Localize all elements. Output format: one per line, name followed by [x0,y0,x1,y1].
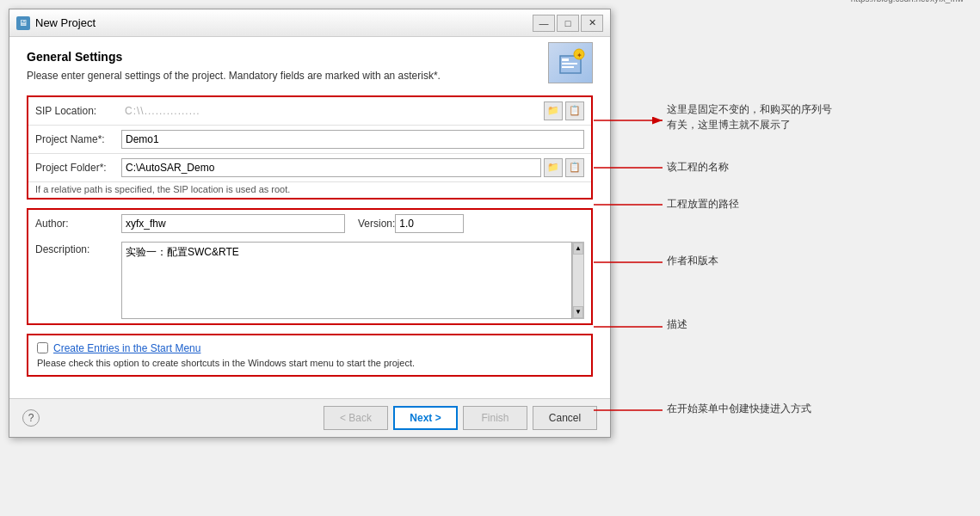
sip-location-field-group: 📁 📋 [121,101,584,120]
new-project-dialog: 🖥 New Project — □ ✕ ✦ [9,9,611,438]
dialog-content: ✦ General Settings Please enter general … [9,37,610,398]
window-controls: — □ ✕ [533,15,603,32]
start-menu-description: Please check this option to create short… [37,358,582,368]
close-button[interactable]: ✕ [581,15,603,32]
author-version-row: Author: Version: [28,210,591,237]
title-bar: 🖥 New Project — □ ✕ [9,9,610,37]
author-label: Author: [35,218,121,230]
project-folder-field-group: 📁 📋 [121,158,584,177]
cancel-button[interactable]: Cancel [533,406,597,430]
annotation-1-text: 这里是固定不变的，和购买的序列号有关，这里博主就不展示了 [667,103,832,131]
watermark-url: https://blog.csdn.net/xyfx_fhw [851,0,964,3]
sip-browse-folder-button[interactable]: 📁 [544,101,563,120]
project-folder-label: Project Folder*: [35,162,121,174]
annotation-arrows-svg [594,9,972,507]
scroll-up-button[interactable]: ▲ [573,243,583,255]
annotation-4: 作者和版本 [667,253,718,268]
annotation-5: 描述 [667,316,687,332]
description-label: Description: [35,242,121,319]
project-folder-input[interactable] [121,158,541,177]
annotation-6: 在开始菜单中创建快捷进入方式 [667,401,811,416]
project-icon: ✦ [548,42,593,83]
annotation-3-text: 工程放置的路径 [667,198,739,210]
folder-browse-button[interactable]: 📁 [544,158,563,177]
description-textarea[interactable]: 实验一：配置SWC&RTE [121,242,572,319]
maximize-button[interactable]: □ [557,15,579,32]
svg-rect-1 [562,58,569,61]
project-folder-row: Project Folder*: 📁 📋 [28,154,591,182]
action-buttons: < Back Next > Finish Cancel [324,406,597,430]
annotation-4-text: 作者和版本 [667,255,718,267]
annotation-5-text: 描述 [667,318,687,330]
svg-rect-3 [562,66,574,68]
svg-rect-2 [562,63,577,64]
start-menu-label[interactable]: Create Entries in the Start Menu [53,342,200,354]
sip-location-input[interactable] [121,101,541,120]
finish-button[interactable]: Finish [463,406,527,430]
scroll-down-button[interactable]: ▼ [573,306,583,318]
next-button[interactable]: Next > [393,406,458,430]
project-name-input[interactable] [121,130,584,149]
author-input[interactable] [121,214,345,233]
start-menu-checkbox-row: Create Entries in the Start Menu [37,342,582,354]
section-title: General Settings [27,50,593,64]
annotation-2: 该工程的名称 [667,159,729,175]
svg-text:✦: ✦ [576,52,582,59]
annotation-2-text: 该工程的名称 [667,161,729,173]
sip-location-row: SIP Location: 📁 📋 [28,97,591,126]
version-label: Version: [358,218,395,230]
annotation-6-text: 在开始菜单中创建快捷进入方式 [667,402,811,415]
description-field-wrap: 实验一：配置SWC&RTE ▲ ▼ [121,242,584,319]
dialog-footer: ? < Back Next > Finish Cancel [9,398,610,437]
description-scrollbar[interactable]: ▲ ▼ [572,242,584,319]
location-fields-box: SIP Location: 📁 📋 Project Name*: Project… [27,95,593,200]
description-row: Description: 实验一：配置SWC&RTE ▲ ▼ [28,237,591,323]
version-input[interactable] [395,214,464,233]
author-desc-box: Author: Version: Description: 实验一：配置SWC&… [27,208,593,325]
project-name-row: Project Name*: [28,126,591,154]
sip-browse-button[interactable]: 📋 [565,101,584,120]
relative-path-note: If a relative path is specified, the SIP… [28,182,591,198]
window-title: New Project [35,16,96,29]
help-button[interactable]: ? [22,409,40,427]
project-name-label: Project Name*: [35,133,121,145]
start-menu-checkbox[interactable] [37,342,48,353]
folder-browse2-button[interactable]: 📋 [565,158,584,177]
minimize-button[interactable]: — [533,15,555,32]
back-button[interactable]: < Back [324,406,388,430]
watermark: https://blog.csdn.net/xyfx_fhw [851,0,964,4]
sip-location-label: SIP Location: [35,105,121,117]
start-menu-section: Create Entries in the Start Menu Please … [27,334,593,377]
annotation-1: 这里是固定不变的，和购买的序列号有关，这里博主就不展示了 [667,101,832,132]
section-description: Please enter general settings of the pro… [27,69,593,83]
annotation-3: 工程放置的路径 [667,196,739,212]
app-icon: 🖥 [16,16,30,30]
